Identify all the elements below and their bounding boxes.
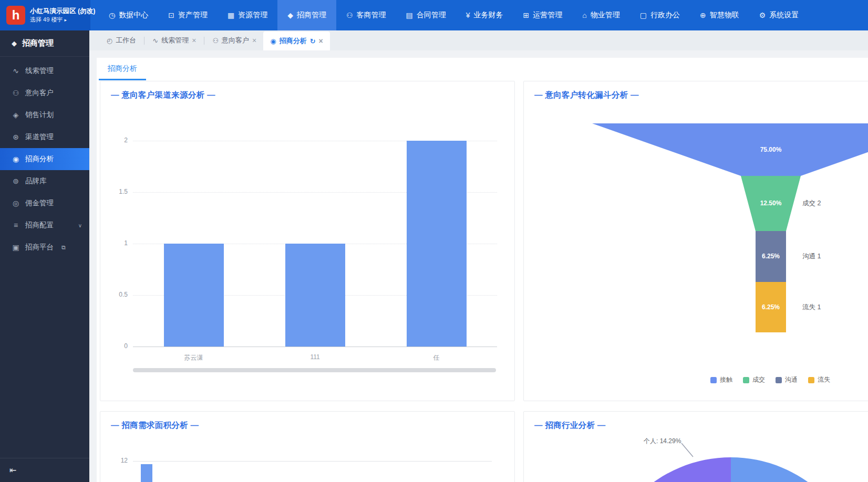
funnel-outside-label: 沟通 1 [802, 253, 821, 260]
bar-111[interactable] [285, 244, 345, 347]
nav-item-label: 客商管理 [357, 11, 386, 20]
nav-item-label: 行政办公 [650, 11, 680, 20]
analysis-icon: ◉ [12, 155, 20, 163]
sidebar-item-渠道管理[interactable]: ⊛渠道管理 [0, 126, 89, 148]
sidebar-title-label: 招商管理 [22, 38, 54, 48]
sidebar-item-品牌库[interactable]: ⊚品牌库 [0, 170, 89, 192]
funnel-percent-label: 75.00% [760, 146, 782, 153]
chart-card-area-demand: — 招商需求面积分析 — 12 [100, 411, 515, 482]
dashboard-icon: ◴ [107, 37, 112, 45]
chart-card-channel-source: — 意向客户渠道来源分析 — 00.511.52苏云潇111任 [100, 81, 515, 401]
nav-item-物业管理[interactable]: ⌂物业管理 [572, 0, 629, 30]
page-tab-analysis[interactable]: 招商分析 [99, 58, 146, 80]
channel-icon: ⊛ [12, 133, 20, 141]
legend-label: 成交 [752, 375, 765, 384]
settings-gear-icon: ⚙ [759, 11, 766, 19]
chart-card-funnel: — 意向客户转化漏斗分析 — 75.00%12.50%成交 26.25%沟通 1… [523, 81, 868, 401]
sidebar-item-线索管理[interactable]: ∿线索管理 [0, 60, 89, 82]
nav-item-系统设置[interactable]: ⚙系统设置 [749, 0, 809, 30]
collapse-sidebar-icon[interactable]: ⇤ [9, 465, 16, 475]
y-tick-label: 12 [100, 457, 128, 464]
datazoom-slider[interactable] [133, 368, 496, 372]
nav-item-label: 招商管理 [297, 11, 326, 20]
x-axis-label: 111 [310, 353, 319, 361]
close-icon[interactable]: × [252, 37, 256, 44]
nav-item-label: 智慧物联 [710, 11, 739, 20]
nav-item-智慧物联[interactable]: ⊕智慧物联 [690, 0, 749, 30]
nav-item-招商管理[interactable]: ◆招商管理 [277, 0, 336, 30]
sidebar-item-label: 意向客户 [25, 88, 54, 98]
y-tick-label: 1.5 [100, 188, 128, 195]
top-nav: h 小红马演示园区 (勿改) 选择 49 楼宇 ▸ ◷数据中心⊡资产管理▦资源管… [0, 0, 868, 30]
pie-circle[interactable] [598, 457, 863, 482]
nav-item-label: 数据中心 [119, 11, 148, 20]
operation-icon: ⊞ [523, 11, 530, 19]
pie-slice-label: 个人: 14.29% [644, 437, 681, 446]
sidebar-item-label: 销售计划 [25, 110, 54, 120]
bar-任[interactable] [407, 141, 467, 347]
sidebar-item-招商配置[interactable]: ≡招商配置∨ [0, 214, 89, 236]
nav-item-资源管理[interactable]: ▦资源管理 [218, 0, 277, 30]
legend-item-沟通[interactable]: 沟通 [776, 375, 798, 384]
tab-工作台[interactable]: ◴工作台 [100, 30, 143, 50]
close-icon[interactable]: × [319, 37, 323, 45]
chart-title: — 招商需求面积分析 — [111, 420, 199, 431]
tab-意向客户[interactable]: ⚇意向客户× [205, 30, 263, 50]
sidebar-item-佣金管理[interactable]: ◎佣金管理 [0, 192, 89, 214]
tab-bar: ◴工作台∿线索管理×⚇意向客户×◉招商分析↻× [89, 30, 868, 50]
park-selector[interactable]: 选择 49 楼宇 ▸ [30, 16, 95, 24]
iot-icon: ⊕ [700, 11, 706, 19]
tab-线索管理[interactable]: ∿线索管理× [146, 30, 203, 50]
customer-icon: ⚇ [12, 89, 20, 97]
nav-item-label: 资源管理 [238, 11, 267, 20]
funnel-percent-label: 6.25% [762, 303, 780, 311]
asset-icon: ⊡ [168, 11, 174, 19]
bar[interactable] [141, 464, 152, 482]
chart-card-industry: — 招商行业分析 — 个人: 14.29% [523, 411, 868, 482]
refresh-icon[interactable]: ↻ [310, 38, 316, 45]
nav-item-运营管理[interactable]: ⊞运营管理 [513, 0, 573, 30]
app-logo: h [6, 6, 25, 25]
legend-swatch [776, 377, 782, 383]
platform-icon: ▣ [12, 243, 20, 252]
nav-item-业务财务[interactable]: ¥业务财务 [456, 0, 513, 30]
legend-item-成交[interactable]: 成交 [743, 375, 765, 384]
nav-item-label: 物业管理 [591, 11, 620, 20]
park-name: 小红马演示园区 (勿改) [30, 7, 95, 16]
y-gridline [133, 461, 492, 462]
merchant-icon: ⚇ [346, 11, 353, 19]
finance-icon: ¥ [466, 11, 470, 19]
nav-item-label: 运营管理 [533, 11, 562, 20]
sidebar-item-招商平台[interactable]: ▣招商平台⧉ [0, 236, 89, 258]
logo-block[interactable]: h 小红马演示园区 (勿改) 选择 49 楼宇 ▸ [0, 0, 90, 30]
legend-item-接触[interactable]: 接触 [710, 375, 732, 384]
triangle-right-icon: ▸ [64, 17, 67, 23]
clue-icon: ∿ [12, 67, 20, 75]
sidebar-item-意向客户[interactable]: ⚇意向客户 [0, 82, 89, 104]
legend-item-流失[interactable]: 流失 [808, 375, 830, 384]
sidebar-item-招商分析[interactable]: ◉招商分析 [0, 148, 89, 170]
contract-icon: ▤ [406, 11, 413, 19]
nav-item-客商管理[interactable]: ⚇客商管理 [336, 0, 396, 30]
nav-item-label: 业务财务 [474, 11, 503, 20]
legend-swatch [710, 377, 717, 383]
content-panel: 招商分析 — 意向客户渠道来源分析 — 00.511.52苏云潇111任 — 意… [97, 58, 868, 482]
sidebar-item-label: 线索管理 [25, 66, 54, 76]
close-icon[interactable]: × [192, 37, 196, 44]
nav-item-行政办公[interactable]: ▢行政办公 [630, 0, 690, 30]
config-icon: ≡ [12, 221, 20, 229]
sidebar: ◆ 招商管理 ∿线索管理⚇意向客户◈销售计划⊛渠道管理◉招商分析⊚品牌库◎佣金管… [0, 30, 89, 482]
sidebar-footer: ⇤ [0, 458, 89, 482]
nav-item-合同管理[interactable]: ▤合同管理 [396, 0, 456, 30]
resource-icon: ▦ [228, 11, 234, 19]
funnel-segment-接触[interactable] [592, 123, 868, 176]
nav-item-数据中心[interactable]: ◷数据中心 [99, 0, 158, 30]
tab-招商分析[interactable]: ◉招商分析↻× [263, 32, 329, 50]
investment-icon: ◆ [287, 11, 293, 19]
sidebar-item-销售计划[interactable]: ◈销售计划 [0, 104, 89, 126]
sidebar-item-label: 渠道管理 [25, 132, 54, 142]
nav-item-资产管理[interactable]: ⊡资产管理 [158, 0, 218, 30]
legend-swatch [743, 377, 749, 383]
bar-苏云潇[interactable] [164, 244, 224, 347]
commission-icon: ◎ [12, 199, 20, 207]
